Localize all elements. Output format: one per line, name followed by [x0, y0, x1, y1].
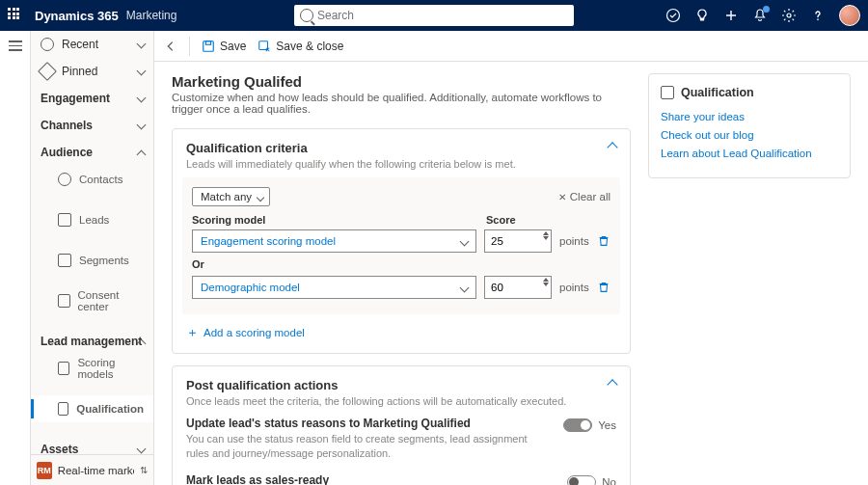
criteria-desc: Leads will immediately qualify when the …: [186, 158, 616, 170]
chevron-down-icon: [138, 40, 146, 48]
lightbulb-icon[interactable]: [694, 8, 710, 23]
hamburger-icon[interactable]: [9, 40, 22, 51]
nav-lead-mgmt[interactable]: Lead management: [31, 328, 153, 355]
nav-label: Leads: [79, 214, 109, 226]
nav-label: Channels: [41, 119, 93, 132]
nav-label: Scoring models: [77, 357, 144, 380]
lead-icon: [58, 213, 71, 227]
score-input[interactable]: [484, 276, 552, 299]
clear-all-button[interactable]: Clear all: [558, 191, 610, 202]
save-close-button[interactable]: Save & close: [258, 40, 343, 53]
scoring-icon: [58, 362, 69, 375]
svg-rect-2: [203, 40, 214, 51]
nav-segments[interactable]: Segments: [31, 247, 153, 274]
consent-icon: [58, 294, 70, 308]
criteria-title: Qualification criteria: [186, 141, 616, 155]
nav-label: Segments: [79, 255, 129, 266]
header-model: Scoring model: [192, 214, 476, 226]
toggle-label: Yes: [598, 419, 616, 431]
delete-icon[interactable]: [597, 281, 610, 294]
score-input[interactable]: [484, 229, 552, 253]
side-panel: Qualification Share your ideas Check out…: [648, 73, 851, 178]
nav-consent[interactable]: Consent center: [31, 287, 153, 314]
segment-icon: [58, 254, 71, 267]
pin-icon: [38, 62, 57, 81]
nav-scoring-models[interactable]: Scoring models: [31, 355, 153, 382]
add-label: Add a scoring model: [203, 327, 305, 338]
app-launcher-icon[interactable]: [8, 8, 23, 23]
svg-point-0: [667, 10, 680, 22]
chevron-up-icon: [138, 337, 146, 345]
brand: Dynamics 365: [35, 9, 119, 23]
avatar[interactable]: [839, 5, 860, 26]
nav-qualification[interactable]: Qualification: [31, 395, 153, 422]
link-share-ideas[interactable]: Share your ideas: [661, 111, 838, 122]
spinner[interactable]: [543, 278, 549, 286]
actions-desc: Once leads meet the criteria, the follow…: [186, 395, 616, 407]
model-dropdown[interactable]: Demographic model: [192, 276, 476, 299]
match-label: Match any: [201, 191, 252, 202]
svg-point-1: [787, 13, 791, 17]
chevron-down-icon: [138, 67, 146, 75]
spinner[interactable]: [543, 231, 549, 240]
model-value: Demographic model: [201, 282, 300, 293]
area-label: Real-time marketi…: [58, 465, 134, 476]
delete-icon[interactable]: [597, 234, 610, 248]
model-dropdown[interactable]: Engagement scoring model: [192, 229, 476, 253]
toggle-sales[interactable]: [567, 475, 596, 485]
action-update-status: Update lead's status reasons to Marketin…: [186, 417, 616, 462]
nav-label: Lead management: [41, 335, 142, 348]
link-learn[interactable]: Learn about Lead Qualification: [661, 148, 838, 159]
page-title: Marketing Qualifed: [172, 73, 631, 90]
cmd-label: Save & close: [276, 40, 343, 53]
collapse-toggle[interactable]: [609, 378, 618, 388]
nav-footer[interactable]: RM Real-time marketi… ⇅: [31, 454, 153, 485]
action-title: Update lead's status reasons to Marketin…: [186, 417, 549, 430]
help-icon[interactable]: [810, 8, 826, 23]
chevron-down-icon: [138, 121, 146, 129]
clear-label: Clear all: [570, 191, 610, 202]
nav-pinned[interactable]: Pinned: [31, 58, 153, 85]
side-nav: Recent Pinned Engagement Channels Audien…: [31, 31, 154, 485]
match-dropdown[interactable]: Match any: [192, 187, 270, 206]
nav-label: Consent center: [78, 289, 144, 312]
points-label: points: [559, 282, 589, 293]
nav-leads[interactable]: Leads: [31, 206, 153, 233]
page-subtitle: Customize when and how leads should be q…: [172, 92, 631, 115]
side-title-text: Qualification: [681, 86, 754, 99]
back-button[interactable]: [164, 40, 177, 53]
settings-icon[interactable]: [781, 8, 797, 23]
left-rail: [0, 31, 31, 485]
save-button[interactable]: Save: [202, 40, 246, 53]
search-icon: [300, 9, 313, 22]
notifications-icon[interactable]: [752, 8, 768, 23]
chevron-up-icon: [138, 148, 146, 156]
criteria-row: Engagement scoring model points: [192, 229, 610, 253]
nav-label: Audience: [41, 146, 93, 159]
criteria-card: Qualification criteria Leads will immedi…: [172, 128, 631, 354]
nav-contacts[interactable]: Contacts: [31, 166, 153, 193]
nav-channels[interactable]: Channels: [31, 112, 153, 139]
add-icon[interactable]: [723, 8, 739, 23]
add-model-button[interactable]: ＋Add a scoring model: [186, 324, 616, 341]
top-bar: Dynamics 365 Marketing: [0, 0, 868, 31]
link-blog[interactable]: Check out our blog: [661, 129, 838, 141]
search-input[interactable]: [294, 5, 574, 26]
criteria-row: Demographic model points: [192, 276, 610, 299]
model-value: Engagement scoring model: [201, 235, 336, 247]
or-label: Or: [192, 258, 610, 270]
command-bar: Save Save & close: [154, 31, 868, 62]
collapse-toggle[interactable]: [609, 141, 618, 150]
header-score: Score: [486, 214, 516, 226]
toggle-label: No: [602, 476, 616, 485]
toggle-status[interactable]: [563, 418, 592, 432]
search-wrap: [294, 5, 574, 26]
updown-icon: ⇅: [140, 465, 148, 475]
contact-icon: [58, 173, 71, 186]
nav-audience[interactable]: Audience: [31, 139, 153, 166]
nav-recent[interactable]: Recent: [31, 31, 153, 58]
nav-engagement[interactable]: Engagement: [31, 85, 153, 112]
clock-icon: [41, 38, 54, 51]
assistant-icon[interactable]: [665, 8, 681, 23]
area-badge: RM: [37, 462, 52, 479]
